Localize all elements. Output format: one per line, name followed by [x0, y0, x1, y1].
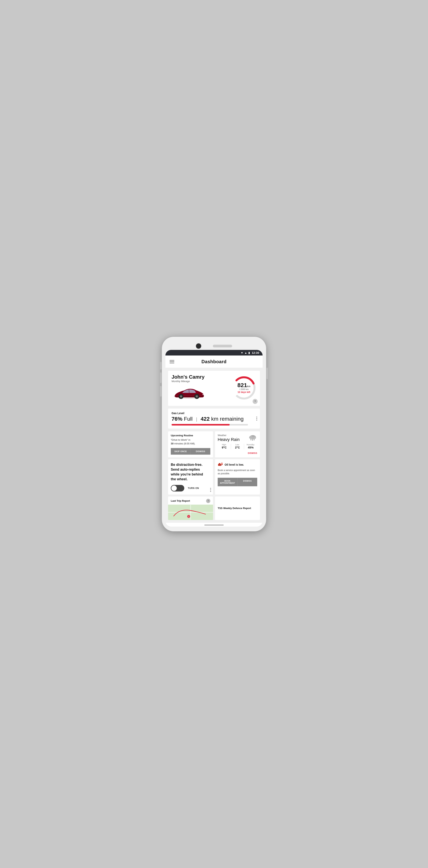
toggle-knob	[171, 486, 177, 491]
distraction-menu-button[interactable]	[210, 488, 211, 492]
svg-rect-13	[251, 439, 251, 440]
signal-icon: ▲	[244, 351, 247, 354]
gas-menu-button[interactable]	[256, 416, 257, 421]
battery-icon: ▮	[248, 351, 250, 354]
weather-humidity: Humidity: 45%	[244, 444, 257, 449]
book-appointment-button[interactable]: BOOK APPOINTMENT	[218, 478, 237, 486]
svg-point-18	[221, 463, 222, 464]
oil-dismiss-button[interactable]: DISMISS	[237, 478, 257, 486]
gas-value: 76% Full | 422 km remaining	[172, 416, 256, 422]
gauge-total: / 2000 km	[237, 388, 250, 391]
svg-rect-15	[254, 439, 254, 440]
oil-header: Oil level is low.	[218, 462, 257, 468]
last-trip-header: Last Trip Report ?	[168, 496, 213, 505]
routine-dismiss-button[interactable]: DISMISS	[190, 448, 210, 455]
gas-bar	[172, 424, 248, 426]
oil-icon	[218, 462, 223, 468]
tss-card: TSS Weekly Defence Report	[215, 496, 260, 520]
status-bar: ▼ ▲ ▮ 12:30	[165, 350, 263, 355]
svg-rect-14	[252, 439, 253, 440]
last-trip-map[interactable]: !	[168, 505, 213, 520]
distraction-card: Be distraction-free. Send auto-replies w…	[168, 459, 213, 495]
mileage-gauge: 821km / 2000 km 12 days left	[232, 375, 256, 400]
weather-stats: High: 9°C Low: 2°C Humidity: 45%	[218, 444, 257, 449]
home-indicator-area	[165, 523, 263, 527]
menu-button[interactable]	[170, 360, 174, 363]
svg-rect-16	[218, 464, 221, 466]
oil-title: Oil level is low.	[224, 463, 244, 466]
distraction-toggle-row: TURN ON	[171, 485, 210, 492]
svg-point-12	[253, 436, 256, 439]
oil-description: Book a service appointment as soon as po…	[218, 469, 257, 475]
svg-text:!: !	[188, 516, 189, 518]
routine-description: "Drive to Work" in 30 minutes (8:00 AM).	[171, 438, 210, 445]
svg-point-4	[180, 396, 182, 397]
routine-title: Upcoming Routine	[171, 434, 210, 437]
page-title: Dashboard	[174, 359, 254, 364]
car-name: John's Camry	[172, 374, 232, 380]
camera	[196, 343, 201, 349]
weather-high: High: 9°C	[218, 444, 231, 449]
last-trip-help-button[interactable]: ?	[206, 499, 210, 503]
weather-card: Weather Heavy Rain	[215, 431, 260, 457]
tss-title: TSS Weekly Defence Report	[218, 507, 251, 509]
routine-actions: SKIP ONCE DISMISS	[171, 448, 210, 455]
car-image	[172, 384, 206, 402]
svg-point-7	[196, 396, 197, 397]
car-card: John's Camry Monthly Mileage	[168, 371, 260, 406]
distraction-text: Be distraction-free. Send auto-replies w…	[171, 462, 210, 482]
gas-label: Gas Level	[172, 412, 256, 415]
toggle-label: TURN ON	[188, 487, 199, 490]
car-info: John's Camry Monthly Mileage	[172, 374, 232, 402]
svg-point-11	[249, 436, 253, 439]
car-help-button[interactable]: ?	[253, 399, 257, 404]
home-indicator	[204, 525, 224, 525]
gas-card: Gas Level 76% Full | 422 km remaining	[168, 408, 260, 429]
oil-actions: BOOK APPOINTMENT DISMISS	[218, 477, 257, 486]
weather-icon	[248, 434, 257, 443]
last-trip-title: Last Trip Report	[171, 499, 190, 502]
wifi-icon: ▼	[241, 351, 243, 354]
gauge-days: 12 days left	[237, 391, 250, 394]
distraction-toggle[interactable]	[171, 485, 184, 492]
app-header: Dashboard	[165, 355, 263, 368]
routine-card: Upcoming Routine "Drive to Work" in 30 m…	[168, 431, 213, 457]
time-display: 12:30	[252, 351, 259, 354]
car-subtitle: Monthly Mileage	[172, 380, 232, 383]
skip-once-button[interactable]: SKIP ONCE	[171, 448, 190, 455]
svg-rect-17	[219, 463, 220, 464]
content-area: John's Camry Monthly Mileage	[165, 368, 263, 523]
speaker	[213, 345, 232, 347]
gauge-km: 821km	[237, 382, 250, 388]
oil-card: Oil level is low. Book a service appoint…	[215, 459, 260, 495]
last-trip-card: Last Trip Report ?	[168, 496, 213, 520]
bottom-grid: Upcoming Routine "Drive to Work" in 30 m…	[168, 431, 260, 520]
weather-low: Low: 2°C	[231, 444, 244, 449]
weather-dismiss-button[interactable]: DISMISS	[218, 451, 257, 455]
